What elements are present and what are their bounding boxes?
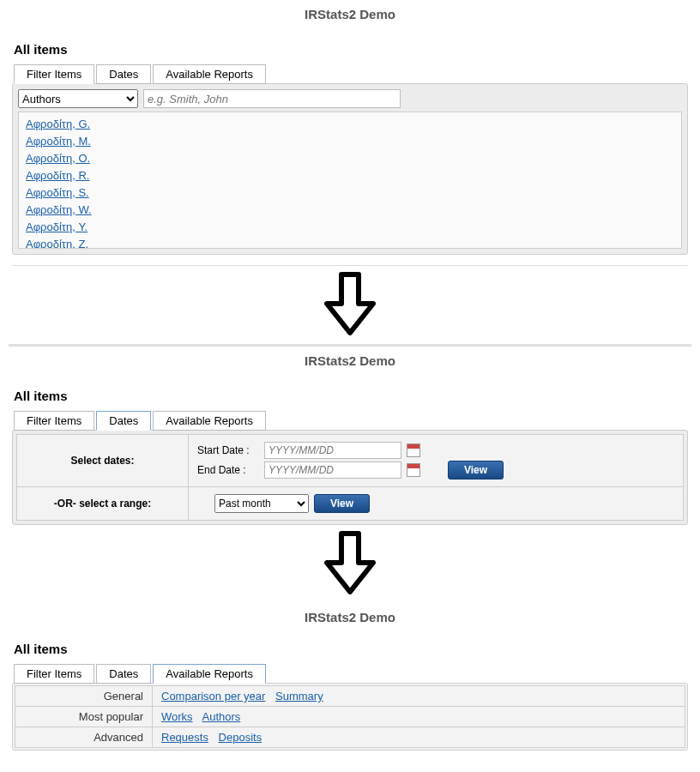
start-date-label: Start Date : [197,444,259,456]
down-arrow-icon [9,266,691,344]
filter-panel: Authors Αφροδίτη, G. Αφροδίτη, M. Αφροδί… [12,83,688,255]
divider-thick [9,344,691,347]
report-row-popular: Most popular Works Authors [15,707,685,727]
app-title: IRStats2 Demo [9,610,691,624]
calendar-icon[interactable] [407,463,420,477]
author-link[interactable]: Αφροδίτη, O. [26,150,674,167]
range-cell: Past month View [189,487,684,521]
or-range-label: -OR- select a range: [17,487,189,521]
select-dates-label: Select dates: [17,435,189,487]
report-link[interactable]: Works [161,710,193,723]
tab-available-reports[interactable]: Available Reports [153,411,266,431]
report-link[interactable]: Summary [275,690,323,703]
tab-dates[interactable]: Dates [96,64,151,84]
range-select[interactable]: Past month [214,494,309,513]
section-title: All items [9,389,691,403]
reports-panel: General Comparison per year Summary Most… [12,683,688,751]
view-dates-button[interactable]: View [448,461,504,479]
report-links-cell: Requests Deposits [153,727,685,748]
down-arrow-icon [9,525,691,603]
author-link[interactable]: Αφροδίτη, G. [26,116,674,133]
app-title: IRStats2 Demo [9,7,691,21]
section-title: All items [9,642,691,656]
author-link[interactable]: Αφροδίτη, S. [26,184,674,202]
app-title: IRStats2 Demo [9,353,691,368]
author-link[interactable]: Αφροδίτη, M. [26,133,674,150]
section-title: All items [9,42,691,57]
author-link[interactable]: Αφροδίτη, Y. [26,219,674,236]
filter-type-select[interactable]: Authors [18,89,138,108]
view-range-button[interactable]: View [314,494,370,513]
author-search-input[interactable] [143,89,401,108]
tab-available-reports[interactable]: Available Reports [153,64,266,84]
dates-inputs-cell: Start Date : End Date : View [189,435,684,487]
report-row-advanced: Advanced Requests Deposits [15,727,685,748]
tabs-3: Filter Items Dates Available Reports [9,663,691,683]
report-category-label: Most popular [15,707,153,727]
start-date-input[interactable] [264,442,401,459]
report-category-label: Advanced [15,727,153,748]
end-date-label: End Date : [197,464,259,476]
report-links-cell: Works Authors [153,707,685,727]
author-link[interactable]: Αφροδίτη, W. [26,202,674,219]
tab-filter-items[interactable]: Filter Items [14,64,94,84]
report-link[interactable]: Authors [202,710,241,723]
report-link[interactable]: Comparison per year [161,690,265,703]
author-link[interactable]: Αφροδίτη, R. [26,167,674,184]
end-date-input[interactable] [264,461,401,479]
tab-filter-items[interactable]: Filter Items [14,664,94,684]
tabs-1: Filter Items Dates Available Reports [9,63,691,83]
report-link[interactable]: Deposits [219,731,262,744]
tab-dates[interactable]: Dates [96,664,151,684]
author-listbox[interactable]: Αφροδίτη, G. Αφροδίτη, M. Αφροδίτη, O. Α… [18,112,682,249]
report-row-general: General Comparison per year Summary [15,686,685,707]
tab-available-reports[interactable]: Available Reports [153,664,266,684]
report-link[interactable]: Requests [161,731,208,744]
author-link[interactable]: Αφροδίτη, Z. [26,236,674,249]
report-category-label: General [15,686,153,707]
tab-dates[interactable]: Dates [96,411,151,431]
tab-filter-items[interactable]: Filter Items [14,411,94,431]
report-links-cell: Comparison per year Summary [153,686,685,707]
tabs-2: Filter Items Dates Available Reports [9,410,691,430]
calendar-icon[interactable] [407,443,420,457]
dates-panel: Select dates: Start Date : End Date : Vi… [12,430,688,525]
